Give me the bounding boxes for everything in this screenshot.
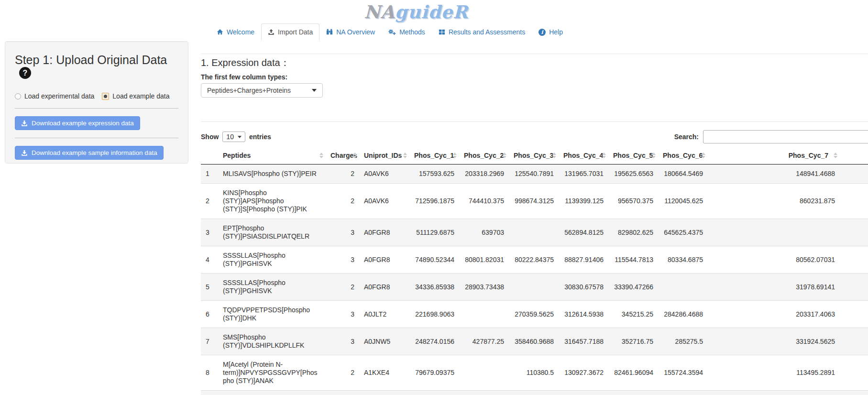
value-cell: 180664.5469 bbox=[658, 165, 708, 184]
column-header-Charges[interactable]: Charges bbox=[326, 147, 359, 165]
table-row: 4SSSSLLAS[Phospho (STY)]PGHISVK3A0FGR874… bbox=[201, 246, 868, 274]
question-circle-icon[interactable]: ? bbox=[19, 67, 31, 79]
divider bbox=[201, 54, 868, 54]
charge-cell: 2 bbox=[326, 274, 359, 301]
value-cell bbox=[658, 274, 708, 301]
search-control: Search: bbox=[674, 130, 868, 143]
column-header-label: Phos_Cyc_7 bbox=[789, 152, 828, 159]
row-number-cell: 3 bbox=[201, 219, 218, 246]
column-header-Phos_Cyc_3[interactable]: Phos_Cyc_3 bbox=[509, 147, 559, 165]
uniprot-cell: A0AVK6 bbox=[359, 165, 409, 184]
download-icon bbox=[21, 120, 28, 127]
upload-original-data-panel: Step 1: Upload Original Data? Load exper… bbox=[5, 41, 188, 164]
sort-icon bbox=[503, 153, 506, 158]
value-cell: 80334.6875 bbox=[658, 246, 708, 274]
column-header-Phos_Cyc_5[interactable]: Phos_Cyc_5 bbox=[608, 147, 658, 165]
column-header-Phos_Cyc_1[interactable]: Phos_Cyc_1 bbox=[409, 147, 459, 165]
divider bbox=[201, 121, 868, 122]
row-number-cell: 7 bbox=[201, 328, 218, 355]
value-cell: 312614.5938 bbox=[559, 301, 608, 328]
value-cell: 860231.875 bbox=[708, 184, 840, 219]
divider bbox=[15, 138, 178, 138]
peptide-cell: KINS[Phospho (STY)]APS[Phospho (STY)]S[P… bbox=[218, 184, 326, 219]
data-source-radio-group: Load experimental dataLoad example data bbox=[15, 92, 178, 100]
button-label: Download example sample information data bbox=[32, 149, 157, 156]
download-button-sample-information[interactable]: Download example sample information data bbox=[15, 146, 164, 160]
uniprot-cell: A0AVK6 bbox=[359, 184, 409, 219]
uniprot-cell: A1KXE4 bbox=[359, 355, 409, 391]
table-row: 5SSSSLLAS[Phospho (STY)]PGHISVK2A0FGR834… bbox=[201, 274, 868, 301]
sort-icon bbox=[403, 153, 407, 158]
value-cell: 125540.7891 bbox=[509, 165, 559, 184]
page-length-select[interactable]: 10 bbox=[222, 132, 245, 142]
column-header-Phos_Cyc_7[interactable]: Phos_Cyc_7 bbox=[708, 147, 840, 165]
sort-icon bbox=[702, 153, 705, 158]
column-header-label: Phos_Cyc_6 bbox=[663, 152, 703, 159]
value-cell: 155724.3594 bbox=[658, 355, 708, 391]
charge-cell: 3 bbox=[326, 219, 359, 246]
column-header-label: Phos_Cyc_5 bbox=[613, 152, 653, 159]
radio-load-experimental-data[interactable]: Load experimental data bbox=[15, 92, 94, 100]
column-header-Phos_Cyc_2[interactable]: Phos_Cyc_2 bbox=[459, 147, 509, 165]
filler-cell bbox=[840, 355, 868, 391]
value-cell: 110380.5 bbox=[509, 355, 559, 391]
value-cell: 645625.4375 bbox=[658, 219, 708, 246]
charge-cell: 3 bbox=[326, 328, 359, 355]
value-cell: 1139399.125 bbox=[559, 184, 608, 219]
row-number-cell: 2 bbox=[201, 184, 218, 219]
table-row: 3EPT[Phospho (STY)]PSIASDISLPIATQELR3A0F… bbox=[201, 219, 868, 246]
sort-icon bbox=[552, 153, 556, 158]
value-cell: 562894.8125 bbox=[559, 219, 608, 246]
value-cell: 1120045.625 bbox=[658, 184, 708, 219]
row-index-header bbox=[201, 147, 218, 165]
column-header-label: Peptides bbox=[223, 152, 251, 159]
value-cell: 285275.5 bbox=[658, 328, 708, 355]
column-types-select[interactable]: Peptides+Charges+Proteins bbox=[201, 83, 323, 98]
column-header-label: Phos_Cyc_2 bbox=[464, 152, 504, 159]
column-types-selected-value: Peptides+Charges+Proteins bbox=[207, 87, 291, 94]
value-cell: 80562.07031 bbox=[708, 246, 840, 274]
peptide-cell: SSSSLLAS[Phospho (STY)]PGHISVK bbox=[218, 274, 326, 301]
search-input[interactable] bbox=[703, 130, 868, 143]
table-row: 7SMS[Phospho (STY)]VDLSHIPLKDPLLFK3A0JNW… bbox=[201, 328, 868, 355]
value-cell: 130927.3672 bbox=[559, 355, 608, 391]
column-header-label: Uniprot_IDs bbox=[364, 152, 402, 159]
value-cell: 639703 bbox=[459, 219, 509, 246]
value-cell: 28903.73438 bbox=[459, 274, 509, 301]
value-cell: 34336.85938 bbox=[409, 274, 459, 301]
filler-cell bbox=[840, 184, 868, 219]
filler-cell bbox=[840, 165, 868, 184]
radio-load-example-data[interactable]: Load example data bbox=[102, 92, 169, 100]
table-row: 1MLISAVS[Phospho (STY)]PEIR2A0AVK6157593… bbox=[201, 165, 868, 184]
value-cell: 79679.09375 bbox=[409, 355, 459, 391]
value-cell: 248274.0156 bbox=[409, 328, 459, 355]
peptide-cell: SSSSLLAS[Phospho (STY)]PGHISVK bbox=[218, 246, 326, 274]
uniprot-cell: A0FGR8 bbox=[359, 246, 409, 274]
table-row: 8M[Acetyl (Protein N-term)]NPVYSPGSSGVPY… bbox=[201, 355, 868, 391]
column-header-Phos_Cyc_4[interactable]: Phos_Cyc_4 bbox=[559, 147, 608, 165]
column-header-Uniprot_IDs[interactable]: Uniprot_IDs bbox=[359, 147, 409, 165]
column-types-label: The first few column types: bbox=[201, 73, 868, 81]
column-header-Phos_Cyc_6[interactable]: Phos_Cyc_6 bbox=[658, 147, 708, 165]
header-filler bbox=[840, 147, 868, 165]
value-cell: 829802.625 bbox=[608, 219, 658, 246]
sort-icon bbox=[602, 153, 606, 158]
value-cell: 131965.7031 bbox=[559, 165, 608, 184]
value-cell: 331924.5625 bbox=[708, 328, 840, 355]
value-cell: 511129.6875 bbox=[409, 219, 459, 246]
charge-cell: 3 bbox=[326, 246, 359, 274]
column-header-Peptides[interactable]: Peptides bbox=[218, 147, 326, 165]
sort-icon bbox=[834, 153, 837, 158]
column-header-label: Phos_Cyc_1 bbox=[414, 152, 454, 159]
uniprot-cell: A0FGR8 bbox=[359, 274, 409, 301]
value-cell: 88827.91406 bbox=[559, 246, 608, 274]
uniprot-cell: A0JLT2 bbox=[359, 301, 409, 328]
filler-cell bbox=[840, 301, 868, 328]
download-button-expression-data[interactable]: Download example expression data bbox=[15, 116, 140, 130]
column-header-label: Phos_Cyc_4 bbox=[563, 152, 603, 159]
peptide-cell: SMS[Phospho (STY)]VDLSHIPLKDPLLFK bbox=[218, 328, 326, 355]
import-data-main: 1. Expression data： The first few column… bbox=[201, 0, 868, 395]
download-icon bbox=[21, 150, 28, 156]
search-label: Search: bbox=[674, 133, 699, 141]
value-cell: 221698.9063 bbox=[409, 301, 459, 328]
